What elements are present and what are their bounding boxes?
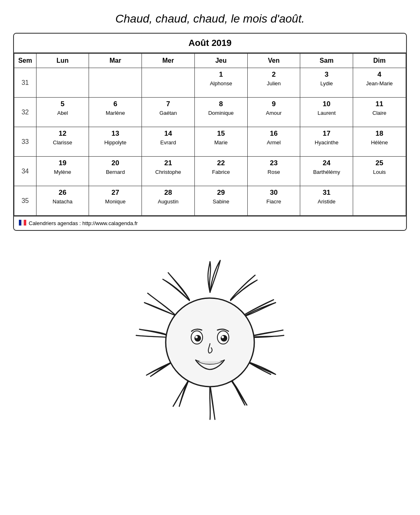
day-number: 2: [251, 71, 297, 79]
week-number: 34: [14, 157, 37, 186]
calendar-row: 311Alphonse2Julien3Lydie4Jean-Marie: [14, 68, 406, 98]
day-number: 29: [198, 189, 244, 197]
week-number: 33: [14, 127, 37, 157]
day-number: 26: [40, 189, 86, 197]
svg-point-8: [221, 335, 227, 342]
day-saint-name: Hippolyte: [92, 139, 138, 146]
calendar-table: Sem Lun Mar Mer Jeu Ven Sam Dim 311Alpho…: [14, 53, 406, 216]
day-number: 13: [92, 130, 138, 138]
calendar: Août 2019 Sem Lun Mar Mer Jeu Ven Sam Di…: [13, 33, 407, 231]
day-cell: 29Sabine: [194, 186, 247, 216]
col-sem: Sem: [14, 54, 37, 68]
day-saint-name: Dominique: [198, 110, 244, 116]
day-cell: [353, 186, 406, 216]
day-number: 10: [304, 100, 349, 108]
day-number: 30: [251, 189, 297, 197]
day-number: 17: [304, 130, 349, 138]
svg-rect-1: [21, 220, 24, 226]
day-cell: 13Hippolyte: [89, 127, 142, 157]
svg-point-9: [221, 336, 224, 338]
col-dim: Dim: [353, 54, 406, 68]
day-cell: 15Marie: [194, 127, 247, 157]
week-number: 31: [14, 68, 37, 98]
day-cell: 9Amour: [247, 98, 300, 127]
day-number: 12: [40, 130, 86, 138]
day-number: 3: [304, 71, 349, 79]
day-number: 25: [356, 159, 402, 167]
col-sam: Sam: [300, 54, 353, 68]
week-number: 35: [14, 186, 37, 216]
day-saint-name: Alphonse: [198, 80, 244, 87]
day-cell: 26Natacha: [36, 186, 89, 216]
day-saint-name: Aristide: [304, 198, 349, 205]
day-saint-name: Bernard: [92, 169, 138, 175]
day-cell: 17Hyacinthe: [300, 127, 353, 157]
day-number: 27: [92, 189, 138, 197]
day-saint-name: Louis: [356, 169, 402, 175]
day-cell: 28Augustin: [142, 186, 195, 216]
svg-point-5: [194, 335, 201, 342]
day-number: 11: [356, 100, 402, 108]
day-number: 8: [198, 100, 244, 108]
day-number: 4: [356, 71, 402, 79]
day-cell: [36, 68, 89, 98]
day-cell: 25Louis: [353, 157, 406, 186]
day-saint-name: Claire: [356, 110, 402, 116]
day-cell: 3Lydie: [300, 68, 353, 98]
col-ven: Ven: [247, 54, 300, 68]
day-saint-name: Lydie: [304, 80, 349, 87]
day-saint-name: Rose: [251, 169, 297, 175]
day-saint-name: Marie: [198, 139, 244, 146]
day-cell: 20Bernard: [89, 157, 142, 186]
svg-point-3: [166, 298, 254, 387]
calendar-row: 3526Natacha27Monique28Augustin29Sabine30…: [14, 186, 406, 216]
col-lun: Lun: [36, 54, 89, 68]
day-saint-name: Evrard: [145, 139, 191, 146]
day-cell: 7Gaétan: [142, 98, 195, 127]
day-saint-name: Natacha: [40, 198, 86, 205]
day-saint-name: Julien: [251, 80, 297, 87]
day-saint-name: Amour: [251, 110, 297, 116]
calendar-row: 3312Clarisse13Hippolyte14Evrard15Marie16…: [14, 127, 406, 157]
day-cell: 5Abel: [36, 98, 89, 127]
day-number: 9: [251, 100, 297, 108]
calendar-column-headers: Sem Lun Mar Mer Jeu Ven Sam Dim: [14, 54, 406, 68]
col-jeu: Jeu: [194, 54, 247, 68]
col-mar: Mar: [89, 54, 142, 68]
day-cell: 14Evrard: [142, 127, 195, 157]
col-mer: Mer: [142, 54, 195, 68]
calendar-row: 3419Mylène20Bernard21Christophe22Fabrice…: [14, 157, 406, 186]
day-cell: 22Fabrice: [194, 157, 247, 186]
calendar-header: Août 2019: [14, 34, 406, 53]
day-saint-name: Gaétan: [145, 110, 191, 116]
day-saint-name: Hyacinthe: [304, 139, 349, 146]
day-cell: 19Mylène: [36, 157, 89, 186]
day-number: 15: [198, 130, 244, 138]
day-saint-name: Fiacre: [251, 198, 297, 205]
week-number: 32: [14, 98, 37, 127]
day-number: 24: [304, 159, 349, 167]
calendar-row: 325Abel6Marlène7Gaétan8Dominique9Amour10…: [14, 98, 406, 127]
sun-illustration: [107, 243, 313, 448]
day-cell: 2Julien: [247, 68, 300, 98]
day-cell: 27Monique: [89, 186, 142, 216]
day-number: 31: [304, 189, 349, 197]
day-cell: 24Barthélémy: [300, 157, 353, 186]
day-saint-name: Mylène: [40, 169, 86, 175]
day-number: 21: [145, 159, 191, 167]
day-cell: 11Claire: [353, 98, 406, 127]
svg-rect-0: [19, 220, 21, 226]
day-cell: 10Laurent: [300, 98, 353, 127]
day-cell: [142, 68, 195, 98]
day-cell: 16Armel: [247, 127, 300, 157]
svg-point-6: [195, 336, 198, 338]
day-saint-name: Clarisse: [40, 139, 86, 146]
footer-text: Calendriers agendas : http://www.calagen…: [29, 220, 138, 226]
flag-icon: [19, 220, 26, 227]
day-saint-name: Jean-Marie: [356, 80, 402, 87]
day-cell: 18Hélène: [353, 127, 406, 157]
day-saint-name: Fabrice: [198, 169, 244, 175]
day-saint-name: Monique: [92, 198, 138, 205]
day-cell: 8Dominique: [194, 98, 247, 127]
day-number: 7: [145, 100, 191, 108]
